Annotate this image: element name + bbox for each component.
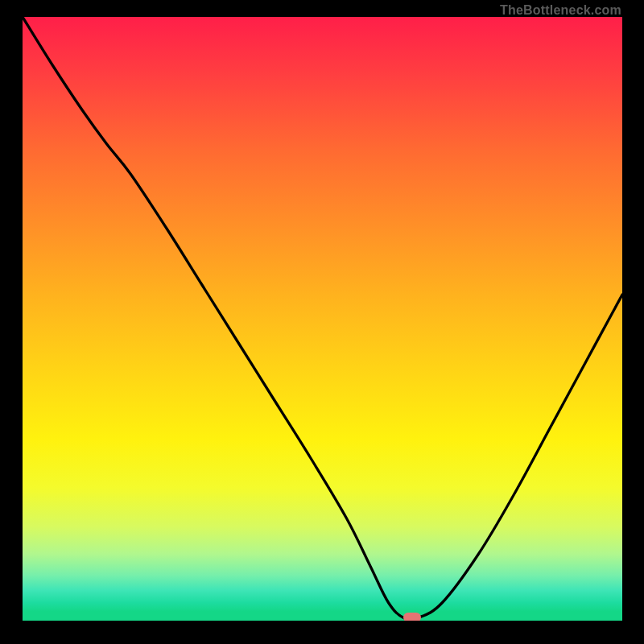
bottleneck-curve-path [23, 17, 622, 620]
bottleneck-curve-svg [23, 17, 622, 621]
chart-frame [23, 17, 622, 621]
attribution-text: TheBottleneck.com [500, 3, 621, 18]
optimal-point-marker [403, 613, 421, 621]
